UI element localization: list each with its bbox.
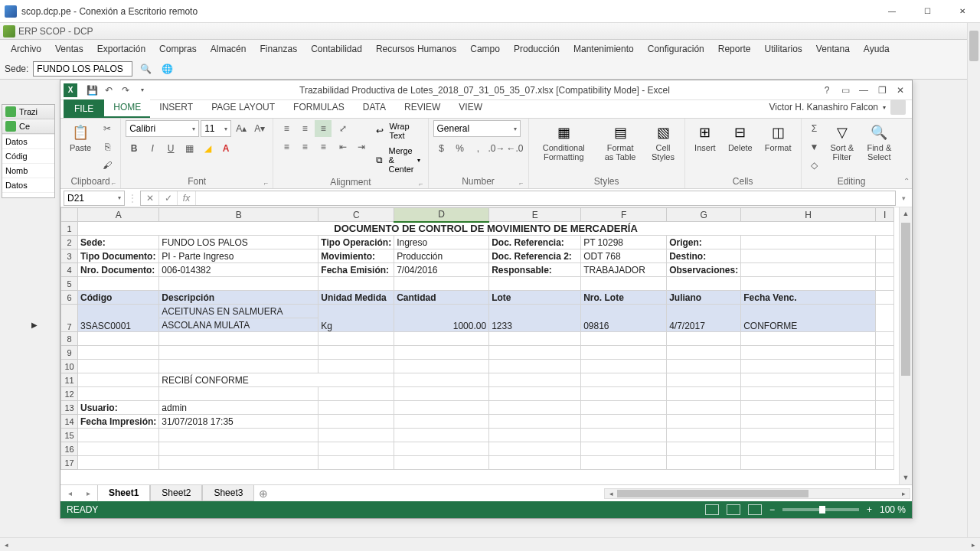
name-box[interactable]: D21▾ [64, 191, 125, 206]
row-header[interactable]: 16 [61, 442, 78, 456]
align-right-icon[interactable]: ≡ [315, 139, 332, 155]
align-top-icon[interactable]: ≡ [278, 120, 295, 137]
normal-view-icon[interactable] [705, 504, 719, 515]
cell[interactable]: Lote [489, 291, 581, 305]
cell[interactable] [159, 456, 318, 470]
font-size-combo[interactable]: 11▾ [201, 120, 231, 137]
cell[interactable]: Destino: [667, 249, 741, 263]
align-left-icon[interactable]: ≡ [278, 139, 295, 155]
wrap-text-button[interactable]: ↩ Wrap Text [373, 120, 423, 142]
cell[interactable] [876, 249, 894, 263]
col-header-A[interactable]: A [78, 208, 159, 222]
col-header-I[interactable]: I [876, 208, 894, 222]
cell[interactable] [489, 456, 581, 470]
menu-compras[interactable]: Compras [153, 41, 203, 57]
fill-color-icon[interactable]: ◢ [199, 140, 216, 157]
cell[interactable] [581, 346, 667, 360]
format-as-table-button[interactable]: ▤Format as Table [597, 120, 643, 165]
dialog-launcher-icon[interactable]: ⌐ [264, 179, 268, 187]
row-header[interactable]: 15 [61, 429, 78, 442]
cell[interactable]: Fecha Venc. [741, 291, 876, 305]
cell[interactable] [394, 429, 489, 442]
cell[interactable] [876, 236, 894, 249]
cell[interactable] [318, 332, 394, 346]
cell[interactable] [159, 429, 318, 442]
menu-contabilidad[interactable]: Contabilidad [305, 41, 368, 57]
cell[interactable] [318, 442, 394, 456]
row-header[interactable]: 3 [61, 249, 78, 263]
delete-cells-button[interactable]: ⊟Delete [724, 120, 757, 155]
cell[interactable] [876, 360, 894, 373]
cell[interactable] [741, 456, 876, 470]
tab-insert[interactable]: INSERT [150, 98, 202, 118]
bold-icon[interactable]: B [126, 140, 142, 157]
row-header[interactable]: 2 [61, 236, 78, 249]
cell[interactable] [876, 456, 894, 470]
qat-more-icon[interactable]: ▾ [134, 82, 151, 99]
cell[interactable] [876, 442, 894, 456]
cell[interactable] [318, 456, 394, 470]
clear-icon[interactable]: ◇ [806, 157, 823, 174]
font-color-icon[interactable]: A [217, 140, 234, 157]
cell[interactable] [876, 387, 894, 401]
row-header[interactable]: 4 [61, 263, 78, 277]
menu-reporte[interactable]: Reporte [712, 41, 757, 57]
cell[interactable] [741, 236, 876, 249]
cell[interactable] [394, 332, 489, 346]
cell[interactable]: 006-014382 [159, 263, 318, 277]
format-painter-icon[interactable]: 🖌 [99, 157, 116, 174]
zoom-level[interactable]: 100 % [880, 504, 906, 515]
cell[interactable] [318, 429, 394, 442]
tab-data[interactable]: DATA [354, 98, 395, 118]
copy-icon[interactable]: ⎘ [99, 139, 116, 155]
cell[interactable] [394, 360, 489, 373]
cell[interactable] [741, 346, 876, 360]
tab-formulas[interactable]: FORMULAS [284, 98, 354, 118]
cell[interactable] [159, 277, 318, 291]
cell[interactable]: 7/04/2016 [394, 263, 489, 277]
cell[interactable] [394, 456, 489, 470]
menu-configuración[interactable]: Configuración [642, 41, 710, 57]
menu-recursos humanos[interactable]: Recursos Humanos [370, 41, 462, 57]
cell[interactable] [159, 346, 318, 360]
cell[interactable] [78, 387, 159, 401]
cell[interactable] [741, 429, 876, 442]
undo-icon[interactable]: ↶ [100, 82, 117, 99]
paste-button[interactable]: 📋Paste [65, 120, 96, 155]
save-icon[interactable]: 💾 [83, 82, 100, 99]
cell[interactable] [489, 415, 581, 429]
cell[interactable] [318, 360, 394, 373]
globe-button[interactable]: 🌐 [158, 60, 175, 77]
cell[interactable] [876, 373, 894, 387]
cell[interactable] [78, 346, 159, 360]
cell[interactable] [667, 456, 741, 470]
sheet-tab-sheet3[interactable]: Sheet3 [202, 485, 254, 501]
cell[interactable] [741, 249, 876, 263]
number-format-combo[interactable]: General▾ [433, 120, 521, 137]
cell[interactable] [489, 346, 581, 360]
cell[interactable]: Código [78, 291, 159, 305]
col-header-F[interactable]: F [581, 208, 667, 222]
cell[interactable] [489, 373, 581, 387]
cell[interactable] [489, 277, 581, 291]
sheet-nav-next-icon[interactable]: ▸ [79, 489, 97, 497]
align-middle-icon[interactable]: ≡ [296, 120, 313, 137]
row-header[interactable]: 9 [61, 346, 78, 360]
increase-indent-icon[interactable]: ⇥ [353, 139, 370, 155]
cell[interactable] [741, 373, 876, 387]
row-header[interactable]: 17 [61, 456, 78, 470]
cell[interactable] [876, 277, 894, 291]
accounting-icon[interactable]: $ [433, 140, 450, 157]
menu-archivo[interactable]: Archivo [5, 41, 47, 57]
col-header-G[interactable]: G [667, 208, 741, 222]
cell[interactable]: DOCUMENTO DE CONTROL DE MOVIMIENTO DE ME… [78, 222, 894, 236]
menu-exportación[interactable]: Exportación [91, 41, 152, 57]
menu-producción[interactable]: Producción [508, 41, 566, 57]
expand-formula-icon[interactable]: ▾ [899, 194, 909, 202]
row-header[interactable]: 14 [61, 415, 78, 429]
redo-icon[interactable]: ↷ [117, 82, 134, 99]
cell[interactable] [159, 387, 318, 401]
search-sede-button[interactable]: 🔍 [137, 60, 154, 77]
cell[interactable]: 31/07/2018 17:35 [159, 415, 318, 429]
page-break-view-icon[interactable] [748, 504, 762, 515]
